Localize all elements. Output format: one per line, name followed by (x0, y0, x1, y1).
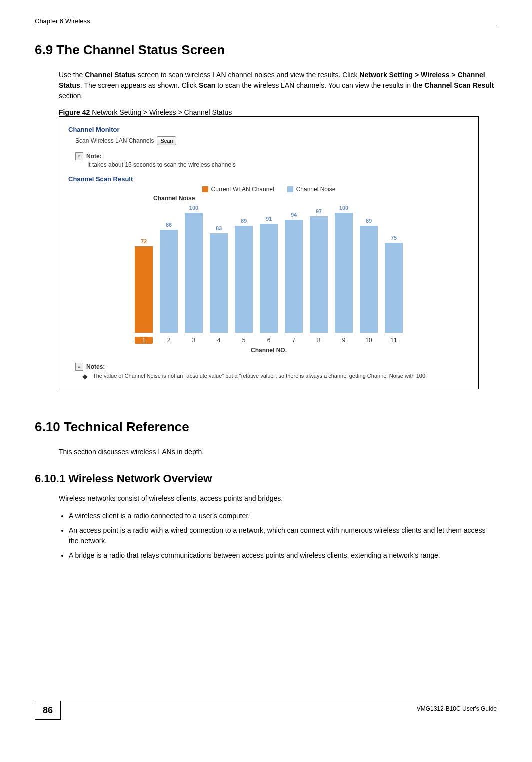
bar-value-label: 91 (259, 216, 279, 222)
list-item: A wireless client is a radio connected t… (69, 511, 497, 522)
chart-bars: 728610083899194971008975 (130, 203, 408, 333)
p1e: . The screen appears as shown. Click (80, 82, 199, 90)
swatch-orange (202, 186, 208, 192)
bar-col: 89 (360, 226, 378, 333)
xaxis-tick: 9 (335, 337, 353, 344)
chart: Channel Noise 728610083899194971008975 1… (68, 195, 470, 354)
bar: 97 (310, 216, 328, 333)
xaxis-tick: 4 (210, 337, 228, 344)
section-6-10-1-heading: 6.10.1 Wireless Network Overview (35, 472, 497, 486)
note-label: Note: (86, 153, 102, 160)
bar-col: 83 (210, 234, 228, 333)
xaxis-tick: 8 (310, 337, 328, 344)
bar-value-label: 89 (234, 218, 254, 224)
bar-value-label: 86 (159, 222, 179, 228)
bar-col: 91 (260, 224, 278, 333)
scan-row: Scan Wireless LAN Channels Scan (76, 136, 470, 146)
bar: 86 (160, 230, 178, 333)
legend-current: Current WLAN Channel (202, 186, 274, 193)
p1i: section. (59, 92, 83, 100)
notes2-row: ≡ Notes: (76, 363, 470, 371)
xaxis-tick: 3 (185, 337, 203, 344)
bar-value-label: 72 (134, 238, 154, 244)
bar-col: 100 (185, 213, 203, 333)
page-footer: 86 VMG1312-B10C User's Guide (35, 701, 497, 720)
legend-noise-label: Channel Noise (296, 186, 336, 193)
section-6-9-heading: 6.9 The Channel Status Screen (35, 42, 497, 58)
xaxis-tick: 7 (285, 337, 303, 344)
bar-value-label: 94 (284, 212, 304, 218)
scan-label: Scan Wireless LAN Channels (76, 138, 154, 144)
channel-monitor-title: Channel Monitor (68, 126, 470, 134)
swatch-blue (288, 186, 294, 192)
bar-col: 72 (135, 246, 153, 333)
bar-col: 94 (285, 220, 303, 333)
xaxis-tick: 5 (235, 337, 253, 344)
chart-legend: Current WLAN Channel Channel Noise (68, 186, 470, 193)
bar: 100 (185, 213, 203, 333)
notes2-label: Notes: (86, 364, 105, 370)
chart-xaxis: 1234567891011 (130, 337, 408, 344)
bar-value-label: 100 (334, 205, 354, 211)
figure-number: Figure 42 (59, 108, 90, 116)
note-text: It takes about 15 seconds to scan the wi… (88, 162, 470, 168)
channel-scan-result-title: Channel Scan Result (68, 176, 470, 183)
notes2-text: The value of Channel Noise is not an "ab… (93, 373, 427, 379)
bar-col: 86 (160, 230, 178, 333)
bullet-icon: ◆ (82, 373, 88, 380)
p1a: Use the (59, 71, 85, 79)
wireless-overview-list: A wireless client is a radio connected t… (59, 511, 497, 561)
note-icon: ≡ (76, 152, 84, 160)
bar-value-label: 89 (359, 218, 379, 224)
bar-value-label: 83 (209, 226, 229, 232)
bar: 100 (335, 213, 353, 333)
bar: 89 (360, 226, 378, 333)
p1h: Channel Scan Result (424, 82, 494, 90)
xaxis-tick: 6 (260, 337, 278, 344)
p1b: Channel Status (85, 71, 136, 79)
page-number: 86 (35, 702, 61, 720)
section-6-9-paragraph: Use the Channel Status screen to scan wi… (59, 70, 497, 102)
chart-yaxis-title: Channel Noise (154, 195, 195, 202)
section-6-10-1-paragraph: Wireless networks consist of wireless cl… (59, 494, 497, 504)
p1g: to scan the wireless LAN channels. You c… (216, 82, 424, 90)
running-header: Chapter 6 Wireless (35, 18, 497, 28)
notes2-icon: ≡ (76, 363, 84, 371)
bar-col: 100 (335, 213, 353, 333)
bar: 94 (285, 220, 303, 333)
bar: 75 (385, 243, 403, 333)
xaxis-tick: 1 (135, 337, 153, 344)
xaxis-tick: 10 (360, 337, 378, 344)
guide-name: VMG1312-B10C User's Guide (61, 702, 497, 712)
chapter-label: Chapter 6 Wireless (35, 18, 90, 25)
bar-value-label: 75 (384, 235, 404, 241)
list-item: An access point is a radio with a wired … (69, 526, 497, 546)
figure-caption-text: Network Setting > Wireless > Channel Sta… (90, 108, 232, 116)
section-6-10-paragraph: This section discusses wireless LANs in … (59, 447, 497, 458)
p1c: screen to scan wireless LAN channel nois… (136, 71, 360, 79)
xaxis-tick: 11 (385, 337, 403, 344)
bar-value-label: 97 (309, 208, 329, 214)
scan-button[interactable]: Scan (157, 136, 176, 146)
bar: 83 (210, 234, 228, 333)
xaxis-tick: 2 (160, 337, 178, 344)
chart-xaxis-label: Channel NO. (251, 347, 287, 354)
notes2-text-row: ◆ The value of Channel Noise is not an "… (82, 373, 470, 380)
figure-42-caption: Figure 42 Network Setting > Wireless > C… (59, 108, 497, 116)
p1f: Scan (199, 82, 216, 90)
legend-noise: Channel Noise (288, 186, 336, 193)
bar-col: 75 (385, 243, 403, 333)
bar: 89 (235, 226, 253, 333)
note-row: ≡ Note: (76, 152, 470, 160)
figure-42-screenshot: Channel Monitor Scan Wireless LAN Channe… (59, 116, 479, 390)
bar: 91 (260, 224, 278, 333)
bar: 72 (135, 246, 153, 333)
list-item: A bridge is a radio that relays communic… (69, 550, 497, 561)
bar-col: 89 (235, 226, 253, 333)
bar-col: 97 (310, 216, 328, 333)
bar-value-label: 100 (184, 205, 204, 211)
section-6-10-heading: 6.10 Technical Reference (35, 420, 497, 435)
legend-current-label: Current WLAN Channel (212, 186, 274, 193)
